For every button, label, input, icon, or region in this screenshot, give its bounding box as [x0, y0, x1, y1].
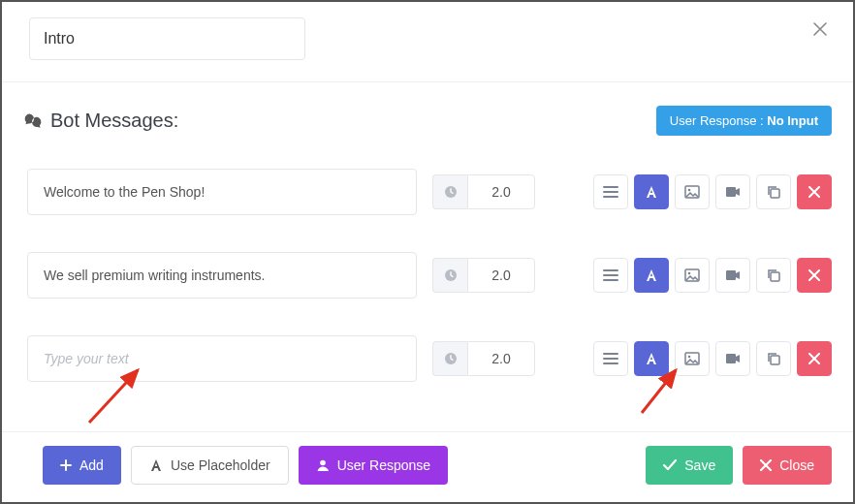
close-icon [760, 459, 772, 471]
delete-button[interactable] [797, 174, 832, 209]
svg-rect-13 [726, 354, 736, 363]
svg-point-17 [320, 460, 326, 466]
section-title: Bot Messages: [23, 110, 178, 132]
image-type-button[interactable] [675, 258, 710, 293]
user-icon [316, 458, 330, 472]
svg-rect-14 [771, 356, 779, 364]
save-button[interactable]: Save [646, 446, 733, 485]
drag-handle-icon[interactable] [593, 258, 628, 293]
badge-label: User Response : [670, 113, 764, 128]
copy-button[interactable] [756, 174, 791, 209]
image-type-button[interactable] [675, 174, 710, 209]
add-button[interactable]: Add [43, 446, 121, 485]
use-placeholder-button[interactable]: Use Placeholder [131, 446, 289, 485]
copy-button[interactable] [756, 258, 791, 293]
svg-point-2 [688, 189, 691, 192]
svg-rect-9 [771, 272, 779, 281]
plus-icon [60, 459, 72, 471]
text-type-button[interactable] [634, 174, 669, 209]
image-type-button[interactable] [675, 341, 710, 376]
drag-handle-icon[interactable] [593, 174, 628, 209]
message-text-input[interactable] [27, 252, 417, 299]
delay-input[interactable] [467, 258, 535, 293]
section-title-text: Bot Messages: [50, 110, 178, 132]
delay-input[interactable] [467, 174, 535, 209]
svg-rect-4 [771, 189, 779, 198]
text-type-button[interactable] [634, 258, 669, 293]
close-label: Close [779, 457, 814, 473]
clock-icon [432, 174, 467, 209]
svg-point-7 [688, 272, 691, 275]
delete-button[interactable] [797, 258, 832, 293]
message-text-input[interactable] [27, 335, 417, 382]
message-text-input[interactable] [27, 169, 417, 215]
user-response-button[interactable]: User Response [299, 446, 449, 485]
text-type-button[interactable] [634, 341, 669, 376]
svg-rect-8 [726, 270, 736, 280]
save-label: Save [684, 457, 715, 473]
clock-icon [432, 258, 467, 293]
delay-input[interactable] [467, 341, 535, 376]
delete-button[interactable] [797, 341, 832, 376]
chat-icon [23, 111, 43, 131]
close-icon[interactable] [808, 17, 832, 41]
copy-button[interactable] [756, 341, 791, 376]
message-row [27, 252, 832, 299]
user-response-label: User Response [337, 457, 431, 473]
use-placeholder-label: Use Placeholder [171, 457, 270, 473]
video-type-button[interactable] [715, 258, 750, 293]
svg-point-12 [688, 356, 691, 359]
video-type-button[interactable] [715, 341, 750, 376]
message-row [27, 335, 832, 382]
close-button[interactable]: Close [743, 446, 832, 485]
svg-rect-3 [726, 187, 736, 197]
drag-handle-icon[interactable] [593, 341, 628, 376]
block-title-input[interactable] [29, 17, 305, 60]
font-icon [149, 458, 163, 472]
add-label: Add [79, 457, 104, 473]
check-icon [663, 459, 677, 471]
video-type-button[interactable] [715, 174, 750, 209]
user-response-badge[interactable]: User Response : No Input [656, 106, 832, 136]
badge-value: No Input [767, 113, 818, 128]
message-row [27, 169, 832, 215]
clock-icon [432, 341, 467, 376]
